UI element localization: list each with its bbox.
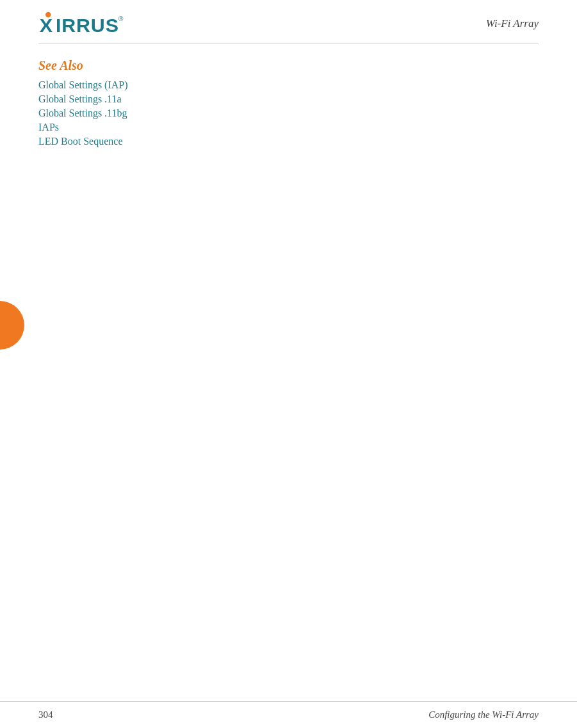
list-item: IAPs <box>38 122 539 133</box>
list-item: Global Settings (IAP) <box>38 79 539 91</box>
footer-description: Configuring the Wi-Fi Array <box>428 709 539 720</box>
links-list: Global Settings (IAP) Global Settings .1… <box>38 79 539 147</box>
main-content: See Also Global Settings (IAP) Global Se… <box>38 44 539 147</box>
svg-text:IRRUS: IRRUS <box>56 14 119 36</box>
svg-text:X: X <box>40 14 53 36</box>
page-footer: 304 Configuring the Wi-Fi Array <box>0 701 577 728</box>
xirrus-logo: X IRRUS ® <box>38 12 125 36</box>
list-item: LED Boot Sequence <box>38 136 539 147</box>
page-container: X IRRUS ® Wi-Fi Array See Also Global Se… <box>0 0 577 728</box>
header-title: Wi-Fi Array <box>486 17 539 30</box>
link-global-settings-11a[interactable]: Global Settings .11a <box>38 93 122 104</box>
page-header: X IRRUS ® Wi-Fi Array <box>38 0 539 44</box>
link-global-settings-iap[interactable]: Global Settings (IAP) <box>38 79 128 90</box>
link-iaps[interactable]: IAPs <box>38 122 59 133</box>
footer-page-number: 304 <box>38 709 53 720</box>
logo-container: X IRRUS ® <box>38 12 125 36</box>
see-also-heading: See Also <box>38 58 539 73</box>
list-item: Global Settings .11a <box>38 93 539 105</box>
list-item: Global Settings .11bg <box>38 108 539 119</box>
svg-text:®: ® <box>118 15 124 22</box>
decorative-circle <box>0 301 24 350</box>
link-led-boot-sequence[interactable]: LED Boot Sequence <box>38 136 123 147</box>
link-global-settings-11bg[interactable]: Global Settings .11bg <box>38 108 127 118</box>
